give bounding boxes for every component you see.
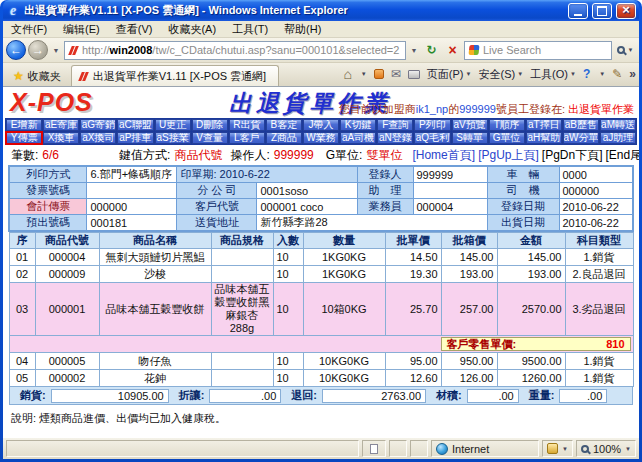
- table-row-2[interactable]: 02000009沙梭101KG0KG19.30193.00193.002.良品退…: [9, 266, 633, 283]
- back-button[interactable]: [6, 40, 26, 60]
- close-button[interactable]: [616, 3, 636, 19]
- pos-button-r1-10[interactable]: K切鍵: [340, 119, 376, 131]
- address-input[interactable]: http://win2008/tw/c_CData/chutui.asp?san…: [64, 41, 406, 60]
- overflow-chevron-icon[interactable]: [629, 67, 636, 81]
- form-field-r2-2[interactable]: [87, 183, 177, 199]
- pos-button-r1-2[interactable]: aE寄庫: [43, 119, 79, 131]
- pos-button-r2-2[interactable]: X換車: [43, 132, 79, 144]
- menu-item-3[interactable]: 收藏夹(A): [160, 21, 224, 38]
- pos-button-r2-6[interactable]: V查量: [192, 132, 228, 144]
- pos-button-r1-11[interactable]: F查詢: [377, 119, 413, 131]
- xpos-logo: X-POS: [10, 88, 93, 117]
- pos-button-r1-16[interactable]: aB歷售: [563, 119, 599, 131]
- edit-icon[interactable]: [612, 67, 622, 81]
- security-status[interactable]: [542, 440, 573, 457]
- form-field-r4-6[interactable]: 2010-06-22: [559, 215, 633, 232]
- form-field-r1-5[interactable]: 999999: [413, 166, 487, 183]
- nav-history-dropdown[interactable]: [50, 41, 62, 60]
- form-field-r1-2[interactable]: 6.部門+條碼順序: [87, 166, 177, 183]
- nav-key-1[interactable]: [PgUp上頁]: [478, 147, 539, 164]
- pos-button-r1-7[interactable]: R出貨: [229, 119, 265, 131]
- menu-item-2[interactable]: 查看(V): [108, 21, 161, 38]
- pos-button-r1-12[interactable]: P列印: [414, 119, 450, 131]
- zoom-control[interactable]: 100%: [576, 440, 636, 457]
- form-field-r3-4[interactable]: 000001 coco: [257, 199, 357, 215]
- help-icon[interactable]: [583, 67, 590, 81]
- pos-button-r1-4[interactable]: aC聯盟: [117, 119, 153, 131]
- form-field-r3-6[interactable]: 000004: [413, 199, 487, 215]
- pos-button-r2-3[interactable]: aX換司: [80, 132, 116, 144]
- favorites-button[interactable]: 收藏夹: [6, 66, 68, 86]
- pos-button-r2-10[interactable]: aA司機: [340, 132, 376, 144]
- pos-button-r1-9[interactable]: J帶入: [303, 119, 339, 131]
- pos-button-r2-17[interactable]: aJ助理: [600, 132, 636, 144]
- search-input[interactable]: Live Search: [464, 41, 612, 60]
- table-row-1[interactable]: 01000004無刺大頭鰱切片黑鯧101KG0KG14.50145.00145.…: [9, 249, 633, 266]
- form-field-r1-7[interactable]: 0000: [559, 166, 633, 183]
- pos-button-r2-16[interactable]: aW分單: [563, 132, 599, 144]
- pos-button-r2-7[interactable]: L客戶: [229, 132, 265, 144]
- pos-button-r2-1[interactable]: Y傳票: [6, 132, 42, 144]
- table-row-5[interactable]: 05000002花鉮1010KG0KG12.60126.001260.001.銷…: [9, 370, 633, 387]
- table-row-3[interactable]: 03000001品味本舖五穀豐收餅品味本舖五穀豐收餅黑麻銀杏288g1010箱0…: [9, 283, 633, 336]
- nav-key-2[interactable]: [PgDn下頁]: [542, 147, 603, 164]
- table-row-4[interactable]: 04000005吻仔魚1010KG0KG95.00950.009500.001.…: [9, 353, 633, 370]
- items-header-2: 商品名稱: [99, 233, 211, 249]
- pos-button-r1-17[interactable]: aM轉送: [600, 119, 636, 131]
- pos-button-r1-8[interactable]: B客定: [266, 119, 302, 131]
- item-cell-r5-c6: 10KG0KG: [303, 370, 385, 387]
- stop-button[interactable]: [443, 41, 462, 60]
- address-dropdown[interactable]: [408, 41, 420, 60]
- pos-button-r1-1[interactable]: E增新: [6, 119, 42, 131]
- item-cell-r3-c9: 2570.00: [497, 283, 565, 336]
- home-icon[interactable]: [343, 66, 351, 82]
- form-field-r3-2[interactable]: 000000: [87, 199, 177, 215]
- refresh-button[interactable]: [422, 41, 441, 60]
- form-field-r2-4[interactable]: 0001soso: [257, 183, 357, 199]
- item-cell-r5-c7: 12.60: [385, 370, 441, 387]
- search-button[interactable]: [614, 41, 636, 60]
- pos-button-r2-4[interactable]: aP排車: [117, 132, 153, 144]
- command-button-0[interactable]: 页面(P): [427, 67, 472, 82]
- zoom-magnifier-icon: [581, 445, 589, 453]
- pos-button-r2-14[interactable]: G單位: [489, 132, 525, 144]
- menu-item-1[interactable]: 编辑(E): [55, 21, 108, 38]
- pos-button-r2-13[interactable]: S轉單: [452, 132, 488, 144]
- pos-button-r1-5[interactable]: U更正: [155, 119, 191, 131]
- tab-active[interactable]: 出退貨單作業V1.11 [X-POS 雲通網]: [71, 65, 279, 86]
- print-icon[interactable]: [408, 70, 420, 79]
- pos-button-r1-13[interactable]: aV預覽: [452, 119, 488, 131]
- form-field-r3-8[interactable]: 2010-06-22: [559, 199, 633, 215]
- retail-price-tooltip: 客戶零售單價:810: [441, 337, 631, 351]
- command-button-1[interactable]: 安全(S): [478, 67, 523, 82]
- form-field-r2-6[interactable]: [413, 183, 487, 199]
- maximize-button[interactable]: [592, 3, 612, 19]
- pos-button-r2-9[interactable]: W業務: [303, 132, 339, 144]
- feed-icon[interactable]: [374, 69, 384, 79]
- pos-button-r1-3[interactable]: aG寄銷: [80, 119, 116, 131]
- menu-item-0[interactable]: 文件(F): [3, 21, 55, 38]
- item-cell-r5-c9: 1260.00: [497, 370, 565, 387]
- pos-button-r1-15[interactable]: aT擇日: [526, 119, 562, 131]
- pos-button-r2-15[interactable]: aH幫助: [526, 132, 562, 144]
- url-text: http://win2008/tw/c_CData/chutui.asp?san…: [82, 44, 399, 56]
- command-button-2[interactable]: 工具(O): [530, 67, 576, 82]
- form-field-r4-2[interactable]: 000181: [87, 215, 177, 232]
- pos-button-r1-6[interactable]: D刪除: [192, 119, 228, 131]
- mail-icon[interactable]: [391, 67, 401, 81]
- menu-item-5[interactable]: 帮助(H): [276, 21, 329, 38]
- forward-button[interactable]: [28, 40, 48, 60]
- pos-button-r2-5[interactable]: aS接業: [155, 132, 191, 144]
- pos-button-r2-12[interactable]: aQ毛利: [414, 132, 450, 144]
- form-field-r4-4[interactable]: 新竹縣李路28: [257, 215, 487, 232]
- menu-item-4[interactable]: 工具(T): [224, 21, 276, 38]
- item-cell-r1-c10: 1.銷貨: [565, 249, 633, 266]
- nav-key-3[interactable]: [End尾頁]: [606, 147, 640, 164]
- pos-button-r2-8[interactable]: Z商品: [266, 132, 302, 144]
- nav-key-0[interactable]: [Home首頁]: [412, 147, 475, 164]
- pos-button-r1-14[interactable]: T順序: [489, 119, 525, 131]
- item-cell-r3-c4: 品味本舖五穀豐收餅黑麻銀杏288g: [211, 283, 273, 336]
- pos-button-r2-11[interactable]: aN登錄: [377, 132, 413, 144]
- minimize-button[interactable]: [568, 3, 588, 19]
- form-field-r2-8[interactable]: 000000: [559, 183, 633, 199]
